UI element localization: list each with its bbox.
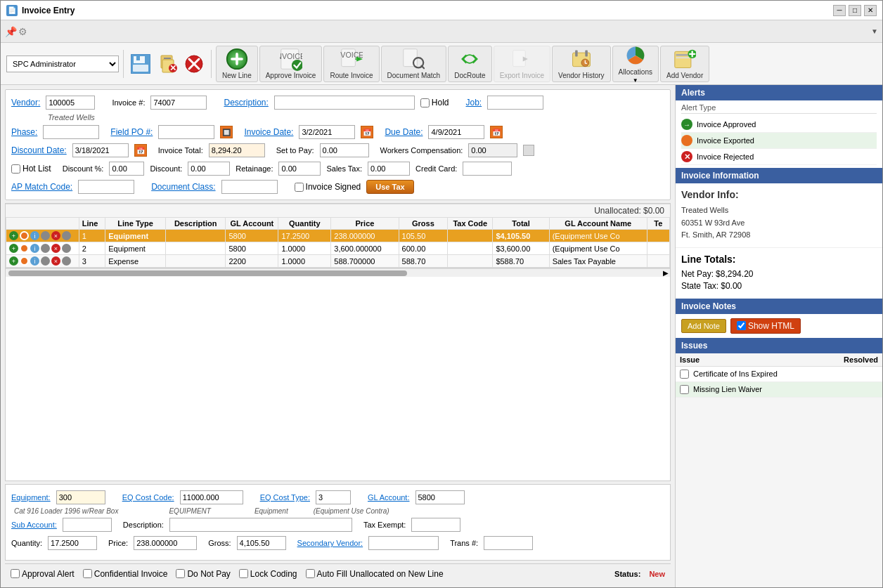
field-po-cal-btn[interactable]: 🔲	[220, 126, 233, 138]
due-date-input[interactable]	[428, 125, 484, 139]
row-add-btn[interactable]: +	[9, 244, 18, 253]
delete-button[interactable]	[181, 46, 207, 82]
phase-input[interactable]	[43, 125, 99, 139]
workers-comp-btn[interactable]	[523, 145, 534, 156]
eq-cost-type-label[interactable]: EQ Cost Type:	[260, 493, 310, 502]
sub-account-label[interactable]: Sub Account:	[11, 521, 57, 529]
row-add-btn[interactable]: +	[9, 256, 18, 266]
lock-coding-checkbox[interactable]	[239, 569, 248, 578]
row-info-btn[interactable]: i	[30, 256, 39, 266]
price-input[interactable]	[134, 536, 197, 550]
discount-date-cal-btn[interactable]: 📅	[134, 144, 147, 157]
tax-exempt-input[interactable]	[411, 518, 460, 532]
invoice-date-input[interactable]	[299, 125, 355, 139]
table-row[interactable]: + i × 3 Expense	[6, 255, 670, 268]
row-del-btn[interactable]: ×	[51, 256, 60, 266]
discount-pct-input[interactable]	[109, 162, 144, 176]
description-input[interactable]	[274, 96, 415, 110]
approve-invoice-button[interactable]: INVOICE Approve Invoice	[259, 46, 323, 82]
auto-fill-checkbox[interactable]	[306, 569, 315, 578]
sales-tax-input[interactable]	[368, 162, 410, 176]
equipment-label[interactable]: Equipment:	[11, 493, 51, 502]
gear-icon[interactable]: ⚙	[18, 26, 27, 37]
phase-label[interactable]: Phase:	[11, 127, 37, 137]
new-line-button[interactable]: New Line	[216, 46, 258, 82]
invoice-num-input[interactable]	[150, 96, 207, 110]
scroll-right-btn[interactable]: ▶	[663, 269, 669, 277]
add-vendor-button[interactable]: Add Vendor	[660, 46, 709, 82]
row-circle-btn[interactable]	[20, 244, 29, 253]
row-info-btn[interactable]: i	[30, 231, 39, 240]
close-btn[interactable]: ✕	[864, 5, 877, 16]
row-add-btn[interactable]: +	[9, 231, 18, 240]
row-circle-btn[interactable]	[20, 256, 29, 266]
grid-scroll[interactable]: Line Line Type Description GL Account Qu…	[6, 217, 670, 268]
table-row[interactable]: + i × 1 Equipment	[6, 230, 670, 242]
eq-cost-code-label[interactable]: EQ Cost Code:	[122, 493, 174, 502]
copy-button[interactable]: ✕	[155, 46, 180, 82]
row-extra-btn[interactable]	[62, 256, 71, 266]
show-html-checkbox[interactable]	[737, 321, 746, 330]
add-note-button[interactable]: Add Note	[681, 319, 726, 333]
workers-comp-input[interactable]	[468, 143, 517, 157]
discount-date-input[interactable]	[72, 143, 129, 157]
vendor-input[interactable]	[46, 96, 95, 110]
gl-account-input[interactable]	[415, 490, 465, 504]
eq-cost-code-input[interactable]	[180, 490, 243, 504]
row-info-btn[interactable]: i	[30, 244, 39, 253]
grid-hscroll[interactable]: ▶	[6, 268, 670, 277]
row-copy-btn[interactable]	[41, 244, 50, 253]
document-match-button[interactable]: Document Match	[381, 46, 447, 82]
credit-card-input[interactable]	[463, 162, 512, 176]
retainage-input[interactable]	[278, 162, 321, 176]
hold-checkbox[interactable]	[420, 98, 430, 107]
user-dropdown[interactable]: SPC Administrator	[6, 55, 119, 72]
due-date-label[interactable]: Due Date:	[385, 127, 423, 137]
row-extra-btn[interactable]	[62, 231, 71, 240]
row-del-btn[interactable]: ×	[51, 231, 60, 240]
invoice-date-cal-btn[interactable]: 📅	[361, 126, 373, 138]
gl-account-label[interactable]: GL Account:	[368, 493, 410, 502]
field-po-input[interactable]	[158, 125, 214, 139]
set-to-pay-input[interactable]	[320, 143, 369, 157]
due-date-cal-btn[interactable]: 📅	[490, 126, 503, 138]
discount-date-label[interactable]: Discount Date:	[11, 145, 67, 155]
export-invoice-button[interactable]: Export Invoice	[494, 46, 550, 82]
do-not-pay-checkbox[interactable]	[176, 569, 185, 578]
line-description-input[interactable]	[169, 518, 352, 532]
invoice-signed-checkbox[interactable]	[295, 183, 304, 192]
show-html-button[interactable]: Show HTML	[730, 318, 801, 334]
document-class-input[interactable]	[221, 180, 278, 194]
row-extra-btn[interactable]	[62, 244, 71, 253]
toolbar-chevron-icon[interactable]: ▼	[871, 27, 878, 35]
quantity-input[interactable]	[48, 536, 97, 550]
job-input[interactable]	[487, 96, 543, 110]
row-circle-btn[interactable]	[20, 231, 29, 240]
table-row[interactable]: + i × 2 Equipment	[6, 242, 670, 255]
sub-account-input[interactable]	[63, 518, 112, 532]
equipment-input[interactable]	[56, 490, 105, 504]
route-invoice-button[interactable]: INVOICE Route Invoice	[323, 46, 379, 82]
job-label[interactable]: Job:	[466, 98, 482, 107]
issue-2-checkbox[interactable]	[680, 385, 689, 394]
invoice-date-label[interactable]: Invoice Date:	[244, 127, 293, 137]
discount-input[interactable]	[188, 162, 230, 176]
description-label[interactable]: Description:	[224, 98, 268, 107]
confidential-invoice-checkbox[interactable]	[83, 569, 92, 578]
docroute-button[interactable]: DocRoute	[448, 46, 491, 82]
approval-alert-checkbox[interactable]	[11, 569, 20, 578]
use-tax-button[interactable]: Use Tax	[366, 180, 413, 194]
ap-match-label[interactable]: AP Match Code:	[11, 182, 72, 192]
secondary-vendor-label[interactable]: Secondary Vendor:	[297, 539, 363, 547]
allocations-button[interactable]: Allocations ▼	[612, 46, 659, 82]
minimize-btn[interactable]: ─	[833, 5, 846, 16]
row-del-btn[interactable]: ×	[51, 244, 60, 253]
row-copy-btn[interactable]	[41, 231, 50, 240]
pin-icon[interactable]: 📌	[5, 26, 17, 37]
trans-num-input[interactable]	[484, 536, 533, 550]
document-class-label[interactable]: Document Class:	[151, 182, 215, 192]
row-copy-btn[interactable]	[41, 256, 50, 266]
issue-1-checkbox[interactable]	[680, 370, 689, 379]
secondary-vendor-input[interactable]	[368, 536, 439, 550]
vendor-history-button[interactable]: Vendor History	[552, 46, 611, 82]
